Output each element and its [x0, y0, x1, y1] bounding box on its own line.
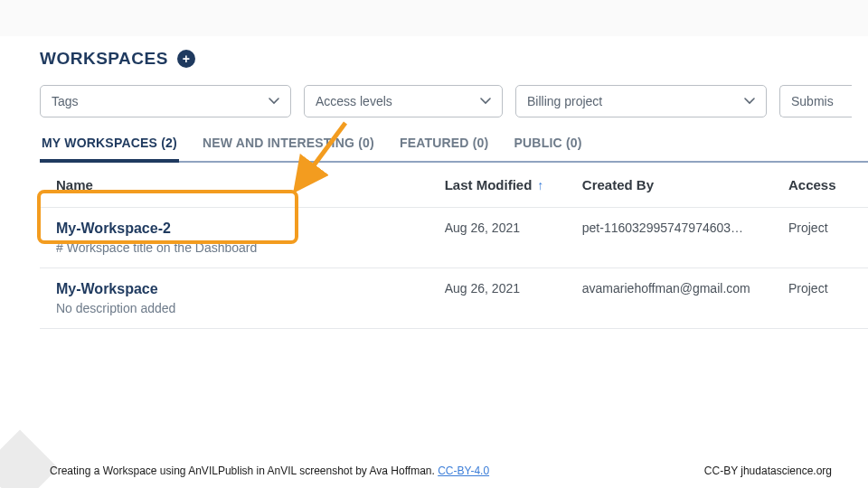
corner-decoration — [0, 430, 58, 488]
sort-ascending-icon: ↑ — [537, 178, 543, 192]
cell-created: pet-116032995747974603… — [582, 221, 788, 235]
filter-access-levels[interactable]: Access levels — [304, 85, 503, 117]
column-header-modified-label: Last Modified — [445, 177, 533, 192]
table-header: Name Last Modified ↑ Created By Access — [40, 163, 868, 208]
filters-row: Tags Access levels Billing project Submi… — [40, 85, 868, 117]
chevron-down-icon — [269, 95, 279, 108]
workspace-table: Name Last Modified ↑ Created By Access M… — [40, 163, 868, 329]
table-row[interactable]: My-Workspace No description added Aug 26… — [40, 268, 868, 329]
footer: Creating a Workspace using AnVILPublish … — [0, 465, 868, 477]
cell-modified: Aug 26, 2021 — [445, 221, 582, 235]
plus-icon: + — [183, 52, 190, 66]
filter-submission[interactable]: Submis — [779, 85, 852, 117]
workspace-desc: # Workspace title on the Dashboard — [56, 240, 257, 255]
tab-public[interactable]: PUBLIC (0) — [512, 136, 583, 161]
cell-access: Project — [788, 281, 857, 296]
footer-caption: Creating a Workspace using AnVILPublish … — [50, 465, 489, 477]
filter-billing-label: Billing project — [527, 94, 602, 108]
table-row[interactable]: My-Workspace-2 # Workspace title on the … — [40, 208, 868, 268]
cell-name: My-Workspace No description added — [56, 281, 445, 315]
cell-access: Project — [788, 221, 857, 235]
filter-tags[interactable]: Tags — [40, 85, 291, 117]
chevron-down-icon — [480, 95, 491, 108]
tab-my-workspaces[interactable]: MY WORKSPACES (2) — [40, 136, 179, 163]
filter-submission-label: Submis — [791, 94, 834, 108]
filter-billing-project[interactable]: Billing project — [515, 85, 767, 117]
workspace-link[interactable]: My-Workspace-2 — [56, 221, 445, 237]
filter-tags-label: Tags — [52, 94, 79, 108]
filter-access-label: Access levels — [316, 94, 392, 108]
tabs-row: MY WORKSPACES (2) NEW AND INTERESTING (0… — [40, 136, 868, 163]
workspace-link[interactable]: My-Workspace — [56, 281, 445, 297]
license-link[interactable]: CC-BY-4.0 — [438, 465, 489, 477]
page-title: WORKSPACES — [40, 49, 168, 69]
add-workspace-button[interactable]: + — [177, 50, 195, 68]
tab-featured[interactable]: FEATURED (0) — [398, 136, 491, 161]
column-header-modified[interactable]: Last Modified ↑ — [445, 177, 582, 192]
column-header-access[interactable]: Access — [788, 177, 857, 192]
tab-new-interesting[interactable]: NEW AND INTERESTING (0) — [201, 136, 376, 161]
cell-modified: Aug 26, 2021 — [445, 281, 582, 296]
topbar — [0, 0, 868, 36]
chevron-down-icon — [744, 95, 755, 108]
footer-caption-text: Creating a Workspace using AnVILPublish … — [50, 465, 435, 477]
header-row: WORKSPACES + — [40, 36, 868, 85]
workspace-desc: No description added — [56, 301, 175, 315]
footer-right: CC-BY jhudatascience.org — [704, 465, 832, 477]
column-header-name[interactable]: Name — [56, 177, 445, 192]
column-header-created[interactable]: Created By — [582, 177, 788, 192]
cell-name: My-Workspace-2 # Workspace title on the … — [56, 221, 445, 255]
cell-created: avamariehoffman@gmail.com — [582, 281, 788, 296]
main-content: WORKSPACES + Tags Access levels Billing … — [0, 36, 868, 329]
